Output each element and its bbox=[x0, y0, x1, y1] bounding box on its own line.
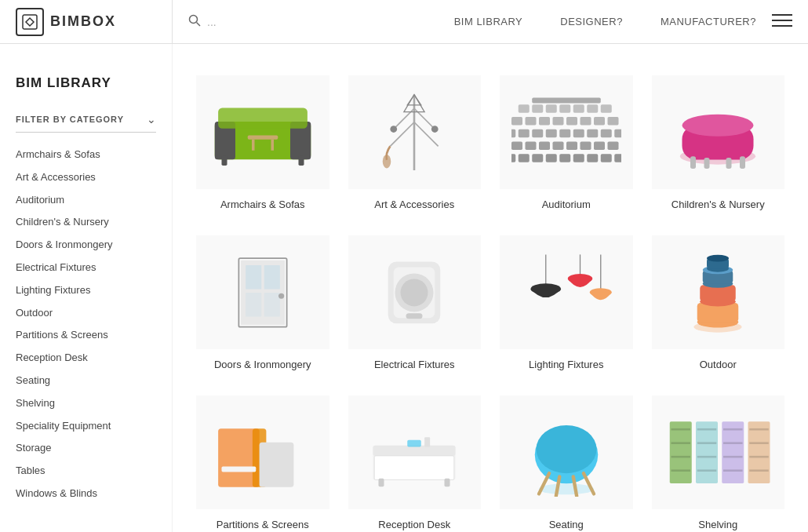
svg-rect-53 bbox=[552, 142, 563, 151]
svg-rect-132 bbox=[697, 428, 717, 431]
svg-rect-111 bbox=[221, 466, 256, 472]
svg-point-119 bbox=[539, 483, 594, 494]
svg-rect-135 bbox=[697, 469, 717, 472]
sidebar-item-speciality-equipment[interactable]: Speciality Equipment bbox=[16, 415, 156, 438]
svg-rect-145 bbox=[750, 469, 770, 472]
svg-rect-35 bbox=[552, 117, 563, 126]
product-label-lighting-fixtures: Lighting Fixtures bbox=[529, 359, 603, 370]
nav-manufacturer[interactable]: MANUFACTURER? bbox=[661, 16, 756, 27]
svg-rect-36 bbox=[566, 117, 577, 126]
product-label-outdoor: Outdoor bbox=[700, 359, 737, 370]
filter-header[interactable]: FILTER BY CATEGORY ⌄ bbox=[16, 113, 156, 133]
svg-rect-117 bbox=[379, 479, 384, 487]
product-image-armchairs-sofas bbox=[196, 75, 329, 189]
svg-rect-43 bbox=[546, 129, 557, 138]
sidebar-item-art-accessories[interactable]: Art & Accessories bbox=[16, 166, 156, 189]
svg-rect-28 bbox=[559, 105, 570, 114]
svg-rect-85 bbox=[278, 294, 284, 297]
svg-rect-42 bbox=[532, 129, 543, 138]
product-card-armchairs-sofas[interactable]: Armchairs & Sofas bbox=[196, 75, 329, 210]
svg-rect-30 bbox=[587, 105, 598, 114]
logo-icon bbox=[16, 8, 44, 36]
sidebar-item-outdoor[interactable]: Outdoor bbox=[16, 302, 156, 325]
hamburger-menu[interactable] bbox=[772, 12, 792, 32]
product-card-reception-desk[interactable]: Reception Desk bbox=[348, 395, 482, 530]
product-label-art-accessories: Art & Accessories bbox=[374, 199, 454, 210]
svg-rect-40 bbox=[511, 129, 515, 138]
sidebar-item-shelving[interactable]: Shelving bbox=[16, 392, 156, 415]
product-label-electrical-fixtures: Electrical Fixtures bbox=[374, 359, 455, 370]
sidebar-item-childrens-nursery[interactable]: Children's & Nursery bbox=[16, 211, 156, 234]
svg-rect-82 bbox=[246, 293, 261, 317]
svg-rect-14 bbox=[298, 156, 304, 166]
svg-rect-81 bbox=[264, 265, 280, 290]
svg-rect-114 bbox=[375, 456, 455, 480]
svg-point-1 bbox=[190, 15, 198, 23]
svg-rect-75 bbox=[740, 156, 745, 169]
svg-point-89 bbox=[401, 279, 428, 306]
svg-rect-70 bbox=[532, 98, 601, 104]
sidebar-item-partitions-screens[interactable]: Partitions & Screens bbox=[16, 324, 156, 347]
svg-rect-141 bbox=[748, 421, 770, 483]
logo-area: BIMBOX bbox=[16, 0, 173, 43]
sidebar-item-doors-ironmongery[interactable]: Doors & Ironmongery bbox=[16, 234, 156, 257]
svg-rect-57 bbox=[607, 142, 618, 151]
svg-rect-61 bbox=[519, 155, 530, 163]
sidebar-item-seating[interactable]: Seating bbox=[16, 370, 156, 392]
sidebar-item-auditorium[interactable]: Auditorium bbox=[16, 189, 156, 212]
svg-rect-113 bbox=[373, 446, 456, 456]
svg-point-121 bbox=[536, 425, 596, 473]
sidebar-item-lighting-fixtures[interactable]: Lighting Fixtures bbox=[16, 279, 156, 302]
product-image-shelving bbox=[652, 395, 785, 509]
svg-rect-65 bbox=[573, 155, 584, 163]
svg-rect-9 bbox=[218, 108, 308, 129]
sidebar-item-electrical-fixtures[interactable]: Electrical Fixtures bbox=[16, 257, 156, 279]
product-image-childrens-nursery bbox=[652, 75, 785, 189]
svg-rect-46 bbox=[587, 129, 598, 138]
sidebar-item-windows-blinds[interactable]: Windows & Blinds bbox=[16, 483, 156, 505]
sidebar-item-armchairs-sofas[interactable]: Armchairs & Sofas bbox=[16, 144, 156, 166]
svg-rect-31 bbox=[601, 105, 612, 114]
sidebar-item-tables[interactable]: Tables bbox=[16, 460, 156, 483]
sidebar-item-storage[interactable]: Storage bbox=[16, 437, 156, 460]
product-card-art-accessories[interactable]: Art & Accessories bbox=[348, 75, 482, 210]
svg-rect-133 bbox=[697, 442, 717, 444]
product-label-childrens-nursery: Children's & Nursery bbox=[672, 199, 765, 210]
svg-rect-33 bbox=[525, 117, 536, 126]
nav-bim-library[interactable]: BIM LIBRARY bbox=[454, 16, 523, 27]
svg-rect-0 bbox=[23, 15, 37, 29]
product-image-outdoor bbox=[652, 235, 785, 349]
svg-rect-137 bbox=[723, 428, 743, 431]
nav-designer[interactable]: DESIGNER? bbox=[560, 16, 623, 27]
product-card-seating[interactable]: Seating bbox=[500, 395, 633, 530]
svg-rect-142 bbox=[750, 428, 770, 431]
svg-rect-27 bbox=[546, 105, 557, 114]
svg-point-107 bbox=[707, 254, 729, 261]
product-card-lighting-fixtures[interactable]: Lighting Fixtures bbox=[500, 235, 633, 370]
svg-rect-127 bbox=[672, 428, 691, 431]
svg-rect-45 bbox=[573, 129, 584, 138]
svg-rect-126 bbox=[670, 421, 692, 483]
product-grid: Armchairs & Sofas Art & Accessories bbox=[196, 75, 784, 530]
product-card-electrical-fixtures[interactable]: Electrical Fixtures bbox=[348, 235, 482, 370]
svg-rect-131 bbox=[696, 421, 718, 483]
product-card-doors-ironmongery[interactable]: Doors & Ironmongery bbox=[196, 235, 329, 370]
search-icon bbox=[188, 14, 201, 30]
svg-rect-138 bbox=[723, 442, 743, 444]
svg-rect-60 bbox=[511, 155, 515, 163]
svg-rect-13 bbox=[221, 156, 227, 166]
product-image-art-accessories bbox=[348, 75, 482, 189]
product-card-childrens-nursery[interactable]: Children's & Nursery bbox=[652, 75, 785, 210]
svg-rect-39 bbox=[607, 117, 618, 126]
product-card-shelving[interactable]: Shelving bbox=[652, 395, 785, 530]
search-area[interactable]: ... bbox=[173, 14, 298, 30]
product-card-auditorium[interactable]: Auditorium bbox=[500, 75, 633, 210]
sidebar-item-reception-desk[interactable]: Reception Desk bbox=[16, 347, 156, 370]
svg-point-24 bbox=[383, 155, 391, 169]
svg-rect-38 bbox=[594, 117, 605, 126]
product-image-seating bbox=[500, 395, 633, 509]
product-image-doors-ironmongery bbox=[196, 235, 329, 349]
main-header: BIMBOX ... BIM LIBRARY DESIGNER? MANUFAC… bbox=[0, 0, 808, 44]
product-card-partitions-screens[interactable]: Partitions & Screens bbox=[196, 395, 329, 530]
product-card-outdoor[interactable]: Outdoor bbox=[652, 235, 785, 370]
